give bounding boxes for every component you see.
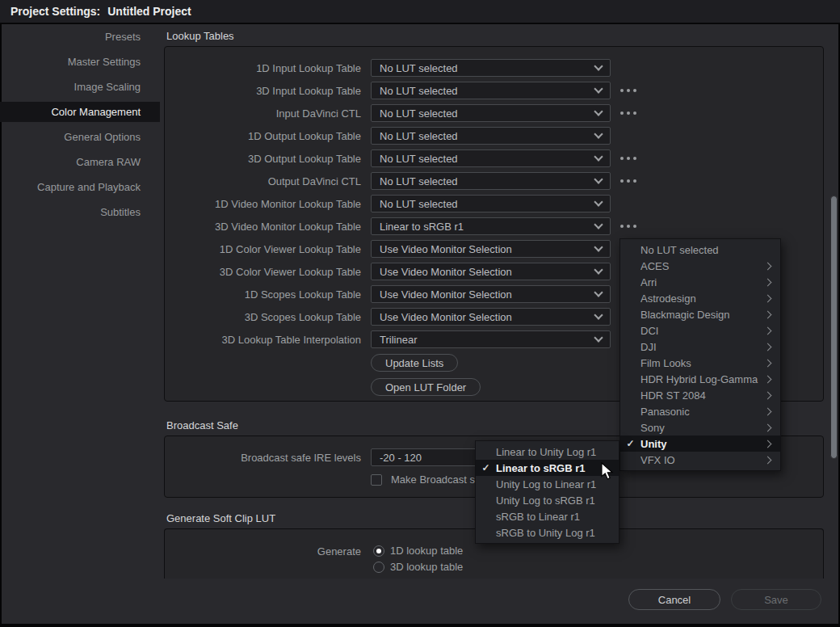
ellipsis-dot (633, 179, 636, 183)
chevron-right-icon (764, 391, 772, 399)
sidebar-item-presets[interactable]: Presets (0, 27, 160, 47)
menu-item-srgb-to-unity-log-r1[interactable]: sRGB to Unity Log r1 (476, 524, 619, 541)
menu-item-blackmagic-design[interactable]: Blackmagic Design (620, 306, 780, 322)
unity-submenu: Linear to Unity Log r1✓Linear to sRGB r1… (475, 440, 620, 544)
menu-item-hdr-hybrid-log-gamma[interactable]: HDR Hybrid Log-Gamma (620, 371, 780, 387)
menu-item-label: sRGB to Linear r1 (496, 511, 619, 523)
options-ellipsis-button[interactable] (620, 225, 636, 228)
3d-input-lookup-table-dropdown[interactable]: No LUT selected (371, 82, 611, 99)
chevron-down-icon (594, 310, 603, 319)
chevron-right-icon (764, 294, 772, 302)
row-label: 3D Input Lookup Table (165, 85, 361, 97)
options-ellipsis-button[interactable] (620, 112, 636, 115)
menu-item-no-lut-selected[interactable]: No LUT selected (620, 242, 780, 258)
row-label: 1D Scopes Lookup Table (165, 288, 361, 301)
chevron-down-icon (594, 333, 603, 342)
1d-video-monitor-lookup-table-dropdown[interactable]: No LUT selected (371, 195, 611, 213)
menu-item-label: Blackmagic Design (640, 309, 765, 321)
ellipsis-dot (620, 225, 624, 228)
ellipsis-dot (633, 89, 636, 92)
row-label: 3D Lookup Table Interpolation (165, 334, 361, 346)
row-label: Input DaVinci CTL (165, 107, 361, 120)
chevron-right-icon (764, 310, 772, 318)
save-button[interactable]: Save (731, 589, 821, 610)
menu-item-label: HDR Hybrid Log-Gamma (640, 373, 765, 385)
chevron-down-icon (594, 242, 603, 251)
chevron-down-icon (594, 107, 603, 116)
menu-item-unity-log-to-srgb-r1[interactable]: Unity Log to sRGB r1 (476, 492, 619, 508)
sidebar-item-subtitles[interactable]: Subtitles (0, 202, 160, 222)
menu-item-linear-to-srgb-r1[interactable]: ✓Linear to sRGB r1 (476, 460, 619, 476)
menu-item-linear-to-unity-log-r1[interactable]: Linear to Unity Log r1 (476, 444, 619, 460)
ellipsis-dot (627, 225, 630, 228)
update-lists-button[interactable]: Update Lists (371, 354, 458, 372)
ire-levels-label: Broadcast safe IRE levels (165, 452, 361, 464)
menu-item-arri[interactable]: Arri (620, 274, 780, 290)
radio-label-3d-lookup-table: 3D lookup table (390, 562, 463, 573)
row-label: 3D Output Lookup Table (165, 153, 361, 165)
lut-row-1d-video-monitor-lookup-table: 1D Video Monitor Lookup TableNo LUT sele… (165, 192, 823, 215)
make-broadcast-safe-checkbox[interactable] (371, 474, 382, 486)
chevron-down-icon (594, 152, 603, 161)
menu-item-srgb-to-linear-r1[interactable]: sRGB to Linear r1 (476, 508, 619, 524)
dropdown-value: Trilinear (380, 334, 595, 346)
3d-scopes-lookup-table-dropdown[interactable]: Use Video Monitor Selection (371, 308, 611, 326)
radio-3d-lookup-table[interactable] (373, 562, 384, 573)
options-ellipsis-button[interactable] (620, 179, 636, 183)
open-lut-folder-button[interactable]: Open LUT Folder (371, 378, 481, 396)
ellipsis-dot (620, 89, 624, 92)
row-label: 3D Scopes Lookup Table (165, 311, 361, 323)
1d-output-lookup-table-dropdown[interactable]: No LUT selected (371, 127, 611, 145)
output-davinci-ctl-dropdown[interactable]: No LUT selected (371, 172, 611, 190)
sidebar-item-color-management[interactable]: Color Management (0, 102, 160, 122)
menu-item-label: No LUT selected (640, 244, 780, 256)
menu-item-unity-log-to-linear-r1[interactable]: Unity Log to Linear r1 (476, 476, 619, 492)
sidebar-item-capture-and-playback[interactable]: Capture and Playback (0, 177, 160, 197)
menu-item-dci[interactable]: DCI (620, 322, 780, 339)
menu-item-astrodesign[interactable]: Astrodesign (620, 290, 780, 306)
menu-item-vfx-io[interactable]: VFX IO (620, 452, 780, 468)
options-ellipsis-button[interactable] (620, 89, 636, 92)
1d-scopes-lookup-table-dropdown[interactable]: Use Video Monitor Selection (371, 285, 611, 303)
chevron-down-icon (594, 175, 603, 183)
menu-item-aces[interactable]: ACES (620, 258, 780, 274)
options-ellipsis-button[interactable] (620, 157, 636, 160)
dropdown-value: Linear to sRGB r1 (380, 221, 595, 233)
sidebar-item-master-settings[interactable]: Master Settings (0, 52, 160, 72)
sidebar-item-camera-raw[interactable]: Camera RAW (0, 152, 160, 172)
section-title-broadcast-safe: Broadcast Safe (166, 419, 238, 431)
sidebar-item-general-options[interactable]: General Options (0, 127, 160, 147)
vertical-scrollbar-thumb[interactable] (830, 196, 838, 459)
project-settings-dialog: Project Settings: Untitled Project Prese… (0, 0, 840, 627)
section-title-soft-clip: Generate Soft Clip LUT (166, 512, 275, 524)
menu-item-unity[interactable]: ✓Unity (620, 436, 780, 452)
menu-item-hdr-st-2084[interactable]: HDR ST 2084 (620, 387, 780, 403)
menu-item-film-looks[interactable]: Film Looks (620, 355, 780, 371)
menu-item-panasonic[interactable]: Panasonic (620, 403, 780, 419)
chevron-down-icon (594, 265, 603, 274)
ellipsis-dot (620, 157, 624, 160)
3d-output-lookup-table-dropdown[interactable]: No LUT selected (371, 149, 611, 167)
input-davinci-ctl-dropdown[interactable]: No LUT selected (371, 104, 611, 122)
1d-input-lookup-table-dropdown[interactable]: No LUT selected (371, 59, 611, 77)
cancel-button[interactable]: Cancel (628, 589, 720, 610)
row-label: 1D Output Lookup Table (165, 130, 361, 142)
dropdown-value: Use Video Monitor Selection (380, 288, 595, 301)
menu-item-label: ACES (640, 260, 765, 272)
menu-item-sony[interactable]: Sony (620, 419, 780, 436)
row-label: 3D Color Viewer Lookup Table (165, 266, 361, 278)
menu-item-label: Sony (640, 422, 765, 434)
radio-1d-lookup-table[interactable] (373, 545, 384, 557)
menu-item-label: DCI (640, 325, 765, 337)
1d-color-viewer-lookup-table-dropdown[interactable]: Use Video Monitor Selection (371, 240, 611, 258)
3d-video-monitor-lookup-table-dropdown[interactable]: Linear to sRGB r1 (371, 217, 611, 235)
chevron-down-icon (594, 61, 603, 70)
3d-lookup-table-interpolation-dropdown[interactable]: Trilinear (371, 330, 611, 348)
row-label: 1D Color Viewer Lookup Table (165, 243, 361, 255)
ellipsis-dot (627, 112, 630, 115)
menu-item-label: DJI (640, 341, 765, 353)
menu-item-label: Astrodesign (640, 292, 765, 305)
menu-item-dji[interactable]: DJI (620, 339, 780, 355)
3d-color-viewer-lookup-table-dropdown[interactable]: Use Video Monitor Selection (371, 263, 611, 280)
sidebar-item-image-scaling[interactable]: Image Scaling (0, 77, 160, 97)
